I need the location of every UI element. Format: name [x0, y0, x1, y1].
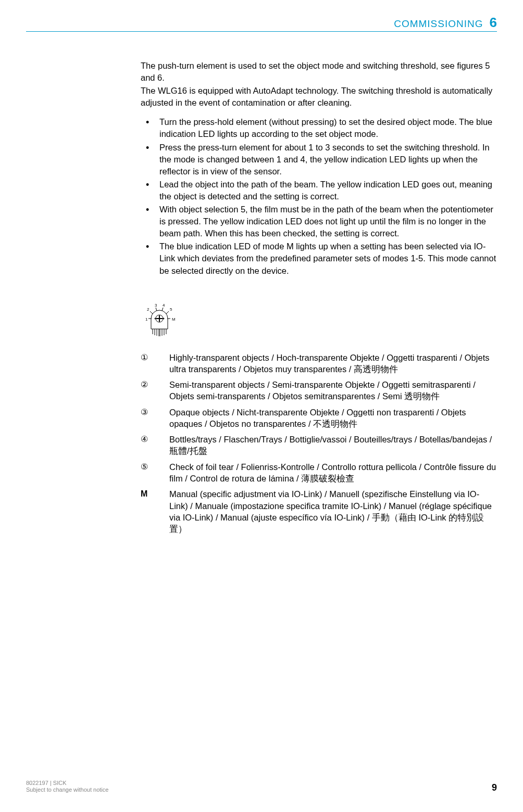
legend-item: ① Highly-transparent objects / Hoch-tran… [141, 352, 497, 375]
legend-number: ③ [141, 407, 169, 430]
page-number: 9 [492, 782, 497, 793]
legend-item: M Manual (specific adjustment via IO-Lin… [141, 488, 497, 535]
list-item: With object selection 5, the film must b… [141, 204, 497, 239]
intro-paragraph-1: The push-turn element is used to set the… [141, 60, 497, 84]
header-divider [26, 31, 497, 32]
legend-number: M [141, 488, 169, 535]
legend-item: ③ Opaque objects / Nicht-transparente Ob… [141, 407, 497, 430]
doc-id: 8022197 | SICK [26, 780, 108, 786]
legend-text: Highly-transparent objects / Hoch-transp… [169, 352, 497, 375]
svg-point-18 [163, 318, 164, 319]
legend-text: Check of foil tear / Folienriss-Kontroll… [169, 461, 497, 485]
list-item: The blue indication LED of mode M lights… [141, 240, 497, 276]
section-title: COMMISSIONING [394, 18, 483, 30]
page-footer: 8022197 | SICK Subject to change without… [26, 780, 497, 793]
legend-number: ① [141, 352, 169, 375]
page-header: COMMISSIONING 6 [394, 15, 497, 31]
legend-item: ⑤ Check of foil tear / Folienriss-Kontro… [141, 461, 497, 485]
footer-meta: 8022197 | SICK Subject to change without… [26, 780, 108, 793]
section-number: 6 [490, 15, 497, 31]
list-item: Turn the press-hold element (without pre… [141, 116, 497, 140]
svg-line-13 [156, 308, 157, 311]
legend-text: Semi-transparent objects / Semi-transpar… [169, 379, 497, 402]
legend-item: ④ Bottles/trays / Flaschen/Trays / Botti… [141, 434, 497, 457]
instruction-list: Turn the press-hold element (without pre… [141, 116, 497, 276]
legend-list: ① Highly-transparent objects / Hoch-tran… [141, 352, 497, 535]
legend-number: ④ [141, 434, 169, 457]
dial-label-1: 1 [145, 317, 148, 322]
list-item: Press the press-turn element for about 1… [141, 142, 497, 177]
main-content: The push-turn element is used to set the… [141, 60, 497, 539]
list-item: Lead the object into the path of the bea… [141, 179, 497, 202]
svg-line-15 [166, 311, 169, 314]
svg-line-12 [150, 311, 153, 314]
legend-text: Bottles/trays / Flaschen/Trays / Bottigl… [169, 434, 497, 457]
legend-item: ② Semi-transparent objects / Semi-transp… [141, 379, 497, 402]
dial-label-3: 3 [155, 303, 157, 308]
intro-paragraph-2: The WLG16 is equipped with AutoAdapt tec… [141, 85, 497, 109]
dial-diagram: 1 2 3 4 5 M [141, 303, 497, 340]
legend-number: ② [141, 379, 169, 402]
legend-text: Opaque objects / Nicht-transparente Obje… [169, 407, 497, 430]
dial-label-2: 2 [147, 307, 150, 312]
svg-line-14 [162, 308, 163, 311]
dial-label-4: 4 [163, 303, 165, 308]
legend-text: Manual (specific adjustment via IO-Link)… [169, 488, 497, 535]
dial-label-m: M [172, 317, 176, 322]
svg-point-17 [155, 318, 156, 319]
legend-number: ⑤ [141, 461, 169, 485]
footer-notice: Subject to change without notice [26, 786, 108, 793]
dial-label-5: 5 [170, 307, 172, 312]
